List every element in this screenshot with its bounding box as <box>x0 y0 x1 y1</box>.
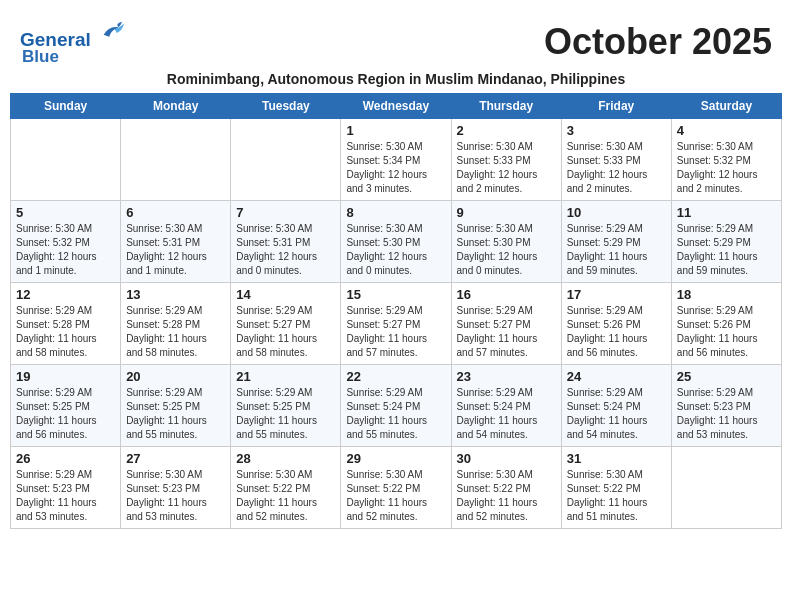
day-number: 20 <box>126 369 225 384</box>
calendar-week-4: 19Sunrise: 5:29 AMSunset: 5:25 PMDayligh… <box>11 364 782 446</box>
day-number: 17 <box>567 287 666 302</box>
dow-header-monday: Monday <box>121 93 231 118</box>
calendar-cell: 28Sunrise: 5:30 AMSunset: 5:22 PMDayligh… <box>231 446 341 528</box>
day-info: Sunrise: 5:29 AMSunset: 5:25 PMDaylight:… <box>126 386 225 442</box>
calendar-cell: 5Sunrise: 5:30 AMSunset: 5:32 PMDaylight… <box>11 200 121 282</box>
dow-header-sunday: Sunday <box>11 93 121 118</box>
day-info: Sunrise: 5:29 AMSunset: 5:24 PMDaylight:… <box>457 386 556 442</box>
calendar-cell: 19Sunrise: 5:29 AMSunset: 5:25 PMDayligh… <box>11 364 121 446</box>
dow-header-friday: Friday <box>561 93 671 118</box>
calendar-cell: 18Sunrise: 5:29 AMSunset: 5:26 PMDayligh… <box>671 282 781 364</box>
calendar-cell <box>671 446 781 528</box>
day-info: Sunrise: 5:29 AMSunset: 5:23 PMDaylight:… <box>677 386 776 442</box>
calendar-cell: 2Sunrise: 5:30 AMSunset: 5:33 PMDaylight… <box>451 118 561 200</box>
calendar-cell: 8Sunrise: 5:30 AMSunset: 5:30 PMDaylight… <box>341 200 451 282</box>
day-info: Sunrise: 5:30 AMSunset: 5:33 PMDaylight:… <box>457 140 556 196</box>
day-info: Sunrise: 5:29 AMSunset: 5:29 PMDaylight:… <box>677 222 776 278</box>
day-info: Sunrise: 5:30 AMSunset: 5:32 PMDaylight:… <box>677 140 776 196</box>
dow-header-thursday: Thursday <box>451 93 561 118</box>
day-info: Sunrise: 5:30 AMSunset: 5:34 PMDaylight:… <box>346 140 445 196</box>
day-info: Sunrise: 5:30 AMSunset: 5:22 PMDaylight:… <box>236 468 335 524</box>
day-info: Sunrise: 5:30 AMSunset: 5:22 PMDaylight:… <box>346 468 445 524</box>
calendar-cell: 1Sunrise: 5:30 AMSunset: 5:34 PMDaylight… <box>341 118 451 200</box>
calendar-body: 1Sunrise: 5:30 AMSunset: 5:34 PMDaylight… <box>11 118 782 528</box>
day-number: 21 <box>236 369 335 384</box>
day-number: 4 <box>677 123 776 138</box>
calendar-subtitle: Rominimbang, Autonomous Region in Muslim… <box>10 71 782 87</box>
day-number: 6 <box>126 205 225 220</box>
day-number: 10 <box>567 205 666 220</box>
day-info: Sunrise: 5:29 AMSunset: 5:29 PMDaylight:… <box>567 222 666 278</box>
day-info: Sunrise: 5:29 AMSunset: 5:27 PMDaylight:… <box>457 304 556 360</box>
calendar-cell: 6Sunrise: 5:30 AMSunset: 5:31 PMDaylight… <box>121 200 231 282</box>
day-number: 25 <box>677 369 776 384</box>
calendar-cell: 4Sunrise: 5:30 AMSunset: 5:32 PMDaylight… <box>671 118 781 200</box>
calendar-cell: 22Sunrise: 5:29 AMSunset: 5:24 PMDayligh… <box>341 364 451 446</box>
day-number: 3 <box>567 123 666 138</box>
day-info: Sunrise: 5:30 AMSunset: 5:22 PMDaylight:… <box>457 468 556 524</box>
day-number: 2 <box>457 123 556 138</box>
month-title: October 2025 <box>544 21 772 63</box>
day-number: 27 <box>126 451 225 466</box>
calendar-week-5: 26Sunrise: 5:29 AMSunset: 5:23 PMDayligh… <box>11 446 782 528</box>
day-number: 1 <box>346 123 445 138</box>
calendar-week-2: 5Sunrise: 5:30 AMSunset: 5:32 PMDaylight… <box>11 200 782 282</box>
day-number: 7 <box>236 205 335 220</box>
calendar-cell: 29Sunrise: 5:30 AMSunset: 5:22 PMDayligh… <box>341 446 451 528</box>
calendar-cell <box>11 118 121 200</box>
calendar-cell: 16Sunrise: 5:29 AMSunset: 5:27 PMDayligh… <box>451 282 561 364</box>
day-number: 22 <box>346 369 445 384</box>
days-of-week-row: SundayMondayTuesdayWednesdayThursdayFrid… <box>11 93 782 118</box>
logo: General Blue <box>20 18 126 67</box>
day-info: Sunrise: 5:29 AMSunset: 5:26 PMDaylight:… <box>677 304 776 360</box>
day-info: Sunrise: 5:29 AMSunset: 5:27 PMDaylight:… <box>236 304 335 360</box>
logo-bird-icon <box>98 18 126 46</box>
day-number: 28 <box>236 451 335 466</box>
day-info: Sunrise: 5:29 AMSunset: 5:24 PMDaylight:… <box>346 386 445 442</box>
day-info: Sunrise: 5:29 AMSunset: 5:25 PMDaylight:… <box>16 386 115 442</box>
dow-header-saturday: Saturday <box>671 93 781 118</box>
day-number: 18 <box>677 287 776 302</box>
day-info: Sunrise: 5:29 AMSunset: 5:26 PMDaylight:… <box>567 304 666 360</box>
day-info: Sunrise: 5:30 AMSunset: 5:33 PMDaylight:… <box>567 140 666 196</box>
day-number: 5 <box>16 205 115 220</box>
day-info: Sunrise: 5:30 AMSunset: 5:23 PMDaylight:… <box>126 468 225 524</box>
day-number: 30 <box>457 451 556 466</box>
logo-text: General <box>20 18 126 51</box>
calendar-cell: 21Sunrise: 5:29 AMSunset: 5:25 PMDayligh… <box>231 364 341 446</box>
day-number: 23 <box>457 369 556 384</box>
dow-header-wednesday: Wednesday <box>341 93 451 118</box>
day-number: 12 <box>16 287 115 302</box>
calendar-cell: 27Sunrise: 5:30 AMSunset: 5:23 PMDayligh… <box>121 446 231 528</box>
day-info: Sunrise: 5:29 AMSunset: 5:28 PMDaylight:… <box>16 304 115 360</box>
calendar-week-1: 1Sunrise: 5:30 AMSunset: 5:34 PMDaylight… <box>11 118 782 200</box>
day-info: Sunrise: 5:29 AMSunset: 5:25 PMDaylight:… <box>236 386 335 442</box>
calendar-week-3: 12Sunrise: 5:29 AMSunset: 5:28 PMDayligh… <box>11 282 782 364</box>
calendar-cell: 26Sunrise: 5:29 AMSunset: 5:23 PMDayligh… <box>11 446 121 528</box>
calendar-cell: 3Sunrise: 5:30 AMSunset: 5:33 PMDaylight… <box>561 118 671 200</box>
day-number: 26 <box>16 451 115 466</box>
day-info: Sunrise: 5:30 AMSunset: 5:30 PMDaylight:… <box>346 222 445 278</box>
day-number: 14 <box>236 287 335 302</box>
calendar-cell: 10Sunrise: 5:29 AMSunset: 5:29 PMDayligh… <box>561 200 671 282</box>
day-number: 16 <box>457 287 556 302</box>
day-number: 19 <box>16 369 115 384</box>
calendar-cell: 7Sunrise: 5:30 AMSunset: 5:31 PMDaylight… <box>231 200 341 282</box>
calendar-cell: 15Sunrise: 5:29 AMSunset: 5:27 PMDayligh… <box>341 282 451 364</box>
calendar-cell: 30Sunrise: 5:30 AMSunset: 5:22 PMDayligh… <box>451 446 561 528</box>
calendar-cell <box>231 118 341 200</box>
day-number: 29 <box>346 451 445 466</box>
calendar-cell <box>121 118 231 200</box>
day-number: 8 <box>346 205 445 220</box>
day-number: 13 <box>126 287 225 302</box>
calendar-cell: 9Sunrise: 5:30 AMSunset: 5:30 PMDaylight… <box>451 200 561 282</box>
calendar-table: SundayMondayTuesdayWednesdayThursdayFrid… <box>10 93 782 529</box>
calendar-cell: 13Sunrise: 5:29 AMSunset: 5:28 PMDayligh… <box>121 282 231 364</box>
day-number: 31 <box>567 451 666 466</box>
calendar-cell: 17Sunrise: 5:29 AMSunset: 5:26 PMDayligh… <box>561 282 671 364</box>
day-info: Sunrise: 5:29 AMSunset: 5:23 PMDaylight:… <box>16 468 115 524</box>
day-number: 9 <box>457 205 556 220</box>
calendar-cell: 12Sunrise: 5:29 AMSunset: 5:28 PMDayligh… <box>11 282 121 364</box>
day-info: Sunrise: 5:29 AMSunset: 5:24 PMDaylight:… <box>567 386 666 442</box>
day-info: Sunrise: 5:30 AMSunset: 5:31 PMDaylight:… <box>236 222 335 278</box>
